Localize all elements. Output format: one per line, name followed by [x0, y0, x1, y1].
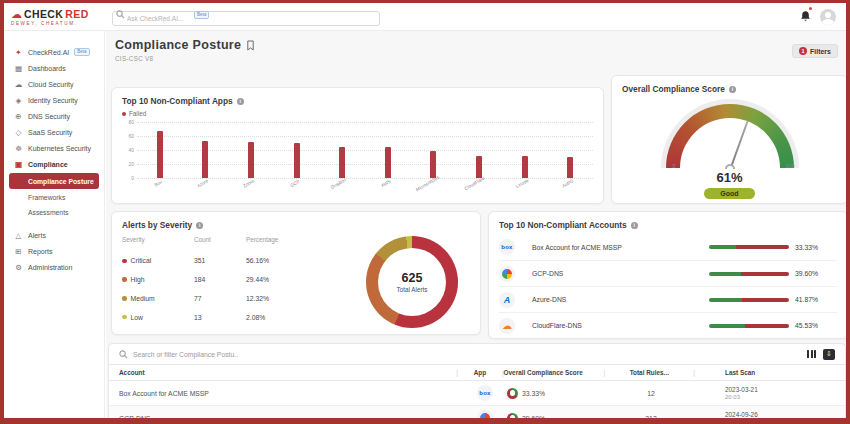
azure-logo: A: [504, 295, 511, 305]
critical-dot: [122, 259, 127, 264]
bar-azure[interactable]: [202, 141, 208, 178]
severity-percentage: 12.32%: [246, 290, 318, 306]
sidebar-item-administration[interactable]: ⚙Administration: [4, 259, 104, 275]
bar-column: [411, 122, 457, 178]
table-row-box-account-for-acme-mssp[interactable]: Box Account for ACME MSSPbox33.33%122023…: [109, 381, 845, 406]
compliance-progress-bar: [709, 272, 789, 276]
compliance-progress-bar: [709, 324, 789, 328]
bar-box[interactable]: [157, 131, 163, 178]
alerts-donut-chart: 625 Total Alerts: [366, 236, 458, 328]
user-avatar[interactable]: [820, 9, 836, 25]
medium-dot: [122, 296, 127, 301]
column-header-app[interactable]: App: [458, 369, 502, 376]
bar-gcp[interactable]: [294, 143, 300, 178]
sidebar-item-frameworks[interactable]: Frameworks: [9, 190, 99, 204]
sidebar-item-compliance-posture[interactable]: Compliance Posture: [9, 173, 99, 189]
hex-icon: ◇: [14, 128, 23, 137]
severity-label: Low: [122, 309, 194, 325]
sidebar-item-assessments[interactable]: Assessments: [9, 205, 99, 219]
account-row-box-account-for-acme-mssp[interactable]: boxBox Account for ACME MSSP33.33%: [499, 234, 837, 260]
column-header-total-rules[interactable]: Total Rules...: [605, 369, 693, 376]
card-top-non-compliant-accounts: Top 10 Non-Compliant Accounts i boxBox A…: [488, 211, 848, 339]
sidebar-item-cloud-security[interactable]: ☁Cloud Security: [4, 76, 104, 92]
card-title: Alerts by Severity i: [122, 220, 470, 230]
compliance-progress-bar: [709, 298, 789, 302]
info-icon[interactable]: i: [237, 98, 244, 105]
bar-column: [319, 122, 365, 178]
x-tick-label: GCP: [289, 179, 300, 188]
info-icon[interactable]: i: [631, 222, 638, 229]
bookmark-icon[interactable]: [246, 40, 255, 51]
table-row-gcp-dns[interactable]: GCP-DNS39.60%2122024-09-2607:12: [109, 406, 845, 418]
account-compliance-pct: 41.87%: [795, 296, 837, 303]
sidebar-item-label: CheckRed.AI: [28, 49, 69, 56]
top-bar: ☁ CHECKRED DEWEY, CHEATUM. Beta: [4, 3, 846, 31]
bar-auth0[interactable]: [567, 157, 573, 178]
bar-cloudflare[interactable]: [476, 156, 482, 178]
bar-linode[interactable]: [522, 156, 528, 178]
notifications-bell-icon[interactable]: [800, 8, 811, 26]
ask-checkred-ai-input[interactable]: [112, 11, 380, 26]
sidebar-item-checkred-ai[interactable]: ✦CheckRed.AIBeta: [4, 44, 104, 60]
logo[interactable]: ☁ CHECKRED DEWEY, CHEATUM.: [4, 8, 104, 26]
y-tick-label: 0: [131, 175, 134, 181]
sidebar-item-identity-security[interactable]: ◈Identity Security: [4, 92, 104, 108]
cloud-icon: ☁: [14, 80, 23, 89]
progress-red: [745, 324, 789, 328]
sidebar-item-label: DNS Security: [28, 113, 70, 120]
beta-badge: Beta: [74, 48, 89, 57]
info-icon[interactable]: i: [196, 222, 203, 229]
bar-aws[interactable]: [385, 147, 391, 178]
x-tick: Zoom: [228, 178, 274, 191]
column-header-overall-compliance-score[interactable]: Overall Compliance Score: [504, 369, 604, 376]
severity-name: Medium: [131, 295, 155, 302]
account-row-cloudflare-dns[interactable]: ☁CloudFlare-DNS45.53%: [499, 312, 837, 338]
gcp-app-icon: [477, 410, 493, 418]
main-content: Compliance Posture CIS-CSC V8 1 Filters …: [106, 31, 846, 418]
account-row-gcp-dns[interactable]: GCP-DNS39.60%: [499, 260, 837, 286]
bar-zoom[interactable]: [248, 142, 254, 178]
compliance-gauge: 0 100: [661, 99, 799, 169]
column-header-last-scan[interactable]: Last Scan: [695, 369, 845, 376]
account-name: Box Account for ACME MSSP: [532, 244, 672, 251]
sidebar-item-dashboards[interactable]: ▦Dashboards: [4, 60, 104, 76]
bar-column: [137, 122, 183, 178]
x-tick-label: Zoom: [242, 178, 255, 188]
bar-dropbox[interactable]: [339, 147, 345, 178]
severity-label: High: [122, 272, 194, 288]
box-app-icon: box: [499, 239, 515, 255]
gcp-logo: [502, 269, 512, 279]
sidebar-item-dns-security[interactable]: ⊕DNS Security: [4, 108, 104, 124]
column-header-account[interactable]: Account: [109, 369, 456, 376]
y-tick-label: 60: [128, 133, 134, 139]
score-ring: [507, 388, 518, 399]
bar-column: [365, 122, 411, 178]
info-icon[interactable]: i: [729, 86, 736, 93]
export-icon[interactable]: ⇩: [823, 349, 835, 360]
filters-button[interactable]: 1 Filters: [792, 44, 838, 58]
account-row-azure-dns[interactable]: AAzure-DNS41.87%: [499, 286, 837, 312]
x-tick: Microsoft365: [411, 178, 457, 191]
x-tick: GCP: [274, 178, 320, 191]
sidebar-item-saas-security[interactable]: ◇SaaS Security: [4, 124, 104, 140]
column-settings-icon[interactable]: [807, 350, 816, 358]
sidebar-item-reports[interactable]: ⊞Reports: [4, 243, 104, 259]
sidebar-item-kubernetes-security[interactable]: ☸Kubernetes Security: [4, 140, 104, 156]
x-tick-label: Microsoft365: [415, 175, 440, 192]
ring-hole: [510, 390, 516, 396]
box-logo: box: [501, 244, 512, 250]
card-title: Top 10 Non-Compliant Accounts i: [499, 220, 837, 230]
cloudflare-app-icon: ☁: [499, 318, 515, 334]
ring-hole: [510, 415, 516, 418]
last-scan-date: 2024-09-26: [725, 411, 845, 418]
y-tick-label: 20: [128, 161, 134, 167]
logo-text-check: CHECK: [24, 8, 63, 20]
x-tick: Dropbox: [319, 178, 365, 191]
sidebar-item-alerts[interactable]: △Alerts: [4, 227, 104, 243]
doc-icon: ▣: [14, 160, 23, 169]
table-search-input[interactable]: Search or filter Compliance Postu..: [133, 351, 238, 358]
sidebar-item-compliance[interactable]: ▣Compliance: [4, 156, 104, 172]
bar-microsoft365[interactable]: [430, 151, 436, 178]
score-label: 39.60%: [522, 415, 545, 419]
cell-account: Box Account for ACME MSSP: [109, 390, 463, 397]
